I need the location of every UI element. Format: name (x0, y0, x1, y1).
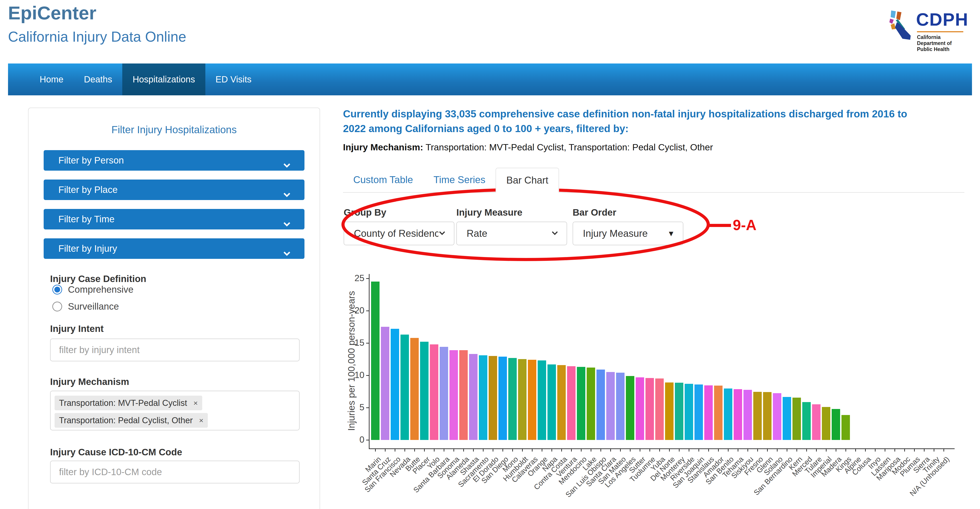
x-tick (836, 449, 836, 452)
icd-code-input[interactable] (50, 461, 299, 484)
x-tick (620, 449, 621, 452)
accordion-filter-by-injury[interactable]: Filter by Injury (44, 239, 304, 259)
radio-surveillance-icon[interactable] (52, 302, 62, 312)
bar-sacramento[interactable] (479, 355, 487, 440)
x-tick (698, 449, 699, 452)
x-tick (738, 449, 738, 452)
case-definition-label: Injury Case Definition (50, 274, 146, 284)
x-tick (542, 449, 542, 452)
accordion-filter-by-place[interactable]: Filter by Place (44, 180, 304, 200)
bar-los-angeles[interactable] (626, 376, 634, 440)
icd-code-label: Injury Cause ICD-10-CM Code (50, 447, 182, 458)
x-tick (375, 449, 376, 452)
x-tick (561, 449, 562, 452)
remove-tag-icon[interactable]: × (193, 396, 198, 410)
x-tick (797, 449, 797, 452)
bar-orange[interactable] (538, 360, 546, 440)
x-tick (904, 449, 905, 452)
bar-riverside[interactable] (685, 384, 693, 440)
bar-tehama[interactable] (733, 389, 742, 440)
bar-stanislaus[interactable] (704, 385, 713, 440)
bar-madera[interactable] (832, 409, 840, 440)
radio-option-comprehensive[interactable]: Comprehensive (52, 283, 134, 296)
chevron-down-icon (283, 186, 291, 194)
bar-mono[interactable] (508, 358, 517, 440)
bar-kern[interactable] (792, 398, 801, 440)
bar-alameda[interactable] (459, 350, 468, 440)
bar-humboldt[interactable] (518, 359, 527, 440)
bar-santa-cruz[interactable] (381, 327, 389, 440)
x-tick (914, 449, 915, 452)
bar-sutter[interactable] (636, 377, 644, 440)
x-axis-line (369, 449, 955, 449)
accordion-filter-by-person[interactable]: Filter by Person (44, 150, 304, 171)
bar-lake[interactable] (587, 367, 595, 440)
accordion-filter-by-time[interactable]: Filter by Time (44, 209, 304, 229)
dropdown-triangle-icon: ▼ (667, 229, 675, 238)
bar-tulare[interactable] (812, 404, 821, 440)
bar-monterey[interactable] (675, 383, 683, 440)
bar-shasta[interactable] (469, 354, 477, 440)
bar-fresno[interactable] (753, 392, 762, 440)
bar-san-diego[interactable] (498, 356, 507, 440)
remove-tag-icon[interactable]: × (199, 413, 204, 428)
bar-sonoma[interactable] (449, 350, 458, 440)
nav-item-ed-visits[interactable]: ED Visits (205, 64, 262, 95)
bar-tuolumne[interactable] (646, 378, 654, 440)
tab-bar-chart[interactable]: Bar Chart (496, 168, 559, 193)
accordion-label: Filter by Injury (58, 239, 117, 259)
y-tick-label: 10 (347, 370, 364, 380)
x-tick (757, 449, 758, 452)
summary-text: Currently displaying 33,035 comprehensiv… (343, 107, 971, 136)
radio-comprehensive-icon[interactable] (52, 285, 62, 294)
tab-custom-table[interactable]: Custom Table (343, 168, 423, 193)
y-tick (366, 310, 369, 311)
chevron-down-icon (283, 215, 291, 223)
tab-time-series[interactable]: Time Series (423, 168, 496, 193)
bar-el-dorado[interactable] (488, 356, 497, 440)
bar-merced[interactable] (802, 402, 811, 440)
bar-solano[interactable] (773, 393, 781, 440)
bar-contra-costa[interactable] (557, 365, 566, 440)
bar-imperial[interactable] (822, 407, 830, 440)
x-tick (600, 449, 601, 452)
bar-san-joaquin[interactable] (694, 385, 703, 440)
bar-kings[interactable] (842, 415, 850, 440)
nav-item-deaths[interactable]: Deaths (74, 64, 123, 95)
x-tick (532, 449, 533, 452)
bar-siskiyou[interactable] (743, 390, 752, 440)
bar-del-norte[interactable] (665, 382, 673, 440)
bar-ventura[interactable] (567, 366, 576, 440)
bar-nevada[interactable] (401, 335, 409, 440)
bar-glenn[interactable] (763, 392, 772, 440)
bar-yuba[interactable] (655, 379, 664, 440)
group-by-select[interactable]: County of Residence (344, 222, 454, 245)
nav-item-hospitalizations[interactable]: Hospitalizations (122, 64, 205, 95)
bar-butte[interactable] (410, 338, 419, 440)
bar-calaveras[interactable] (528, 360, 536, 440)
injury-mechanism-multiselect[interactable]: Transportation: MVT-Pedal Cyclist×Transp… (50, 391, 299, 430)
bar-santa-clara[interactable] (606, 372, 615, 440)
bar-amador[interactable] (714, 386, 722, 440)
y-tick-label: 0 (347, 434, 364, 445)
nav-item-home[interactable]: Home (29, 64, 74, 95)
bar-placer[interactable] (420, 342, 428, 440)
injury-measure-select[interactable]: Rate (457, 222, 567, 245)
bar-san-francisco[interactable] (391, 329, 399, 440)
x-tick (718, 449, 719, 452)
bar-yolo[interactable] (430, 344, 438, 440)
tabs-divider (343, 192, 964, 193)
bar-napa[interactable] (547, 364, 556, 440)
x-tick (708, 449, 709, 452)
bar-marin[interactable] (371, 282, 380, 440)
bar-san-benito[interactable] (724, 388, 732, 440)
radio-option-surveillance[interactable]: Surveillance (52, 300, 119, 313)
bar-santa-barbara[interactable] (440, 347, 448, 440)
bar-mendocino[interactable] (577, 367, 585, 440)
app-title: EpiCenter (8, 2, 97, 24)
injury-intent-input[interactable] (50, 339, 299, 361)
bar-order-select[interactable]: Injury Measure▼ (573, 222, 683, 245)
bar-san-mateo[interactable] (616, 373, 625, 440)
bar-san-luis-obispo[interactable] (597, 369, 605, 440)
bar-san-bernardino[interactable] (783, 397, 791, 440)
